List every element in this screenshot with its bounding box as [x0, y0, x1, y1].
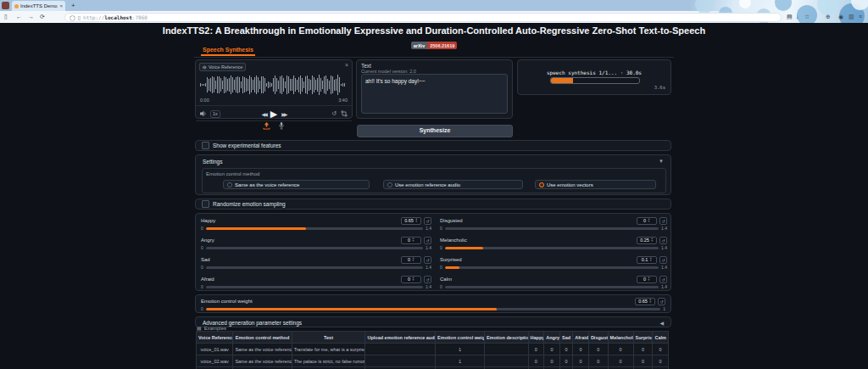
example-cell[interactable]: 0 — [653, 344, 669, 355]
waveform[interactable] — [200, 73, 348, 97]
slider-track[interactable] — [206, 308, 660, 310]
slider-reset-button[interactable]: ↺ — [659, 217, 667, 225]
slider-number-input[interactable]: 0▲▼ — [401, 237, 421, 244]
example-cell[interactable] — [484, 355, 528, 367]
example-cell[interactable]: 0 — [559, 344, 573, 355]
example-cell[interactable] — [484, 344, 528, 355]
downloads-icon[interactable]: ↓ — [796, 13, 799, 21]
slider-number-input[interactable]: 0.25▲▼ — [637, 237, 657, 244]
account-icon[interactable]: ◉ — [838, 13, 843, 21]
example-cell[interactable]: 0 — [653, 355, 669, 367]
accordion-collapsed-icon[interactable]: ◀ — [659, 320, 664, 326]
spinner-icon[interactable]: ▲▼ — [412, 238, 415, 243]
experimental-checkbox[interactable] — [202, 142, 209, 149]
back-icon[interactable]: ← — [16, 13, 22, 21]
example-cell[interactable]: 0 — [588, 355, 608, 367]
slider-reset-button[interactable]: ↺ — [424, 237, 431, 244]
url-bar[interactable]: ◯ ▯ http://localhost:7860 — [64, 13, 782, 22]
example-cell[interactable]: Same as the voice reference — [233, 355, 292, 367]
radio-selected-icon[interactable] — [539, 182, 544, 187]
example-cell[interactable]: 0 — [528, 344, 544, 355]
example-cell[interactable]: voice_01.wav — [197, 344, 233, 355]
example-cell[interactable]: 0 — [528, 355, 544, 367]
reader-mode-icon[interactable]: ▤ — [787, 13, 793, 21]
skip-back-icon[interactable]: ◀◀ — [262, 111, 266, 117]
slider-number-input[interactable]: 0▲▼ — [637, 276, 657, 283]
tab-close-icon[interactable]: × — [59, 3, 63, 8]
example-cell[interactable]: 0 — [573, 344, 589, 355]
example-cell[interactable]: 0 — [559, 355, 573, 367]
example-cell[interactable] — [365, 344, 436, 355]
accordion-arrow-icon[interactable]: ▼ — [659, 159, 664, 164]
example-cell[interactable]: 0 — [633, 344, 653, 355]
radio-same-as-voice-reference[interactable]: Same as the voice reference — [223, 180, 370, 189]
spinner-icon[interactable]: ▲▼ — [651, 238, 654, 243]
forward-icon[interactable]: → — [28, 13, 34, 21]
menu-icon[interactable]: ≡ — [859, 13, 862, 21]
slider-number-input[interactable]: 0.65▲▼ — [401, 217, 421, 225]
slider-number-input[interactable]: 0▲▼ — [401, 256, 421, 264]
example-cell[interactable]: 0 — [608, 344, 633, 355]
slider-track[interactable] — [445, 227, 659, 230]
sidebars-icon[interactable]: ▥ — [849, 13, 854, 21]
spinner-icon[interactable]: ▲▼ — [648, 277, 650, 282]
slider-track[interactable] — [206, 247, 423, 249]
spinner-icon[interactable]: ▲▼ — [415, 218, 418, 223]
skip-forward-icon[interactable]: ▶▶ — [281, 111, 286, 117]
slider-track[interactable] — [206, 227, 423, 230]
example-row[interactable]: voice_01.wavSame as the voice referenceT… — [197, 344, 669, 355]
page-info-icon[interactable]: ▯ — [78, 14, 81, 20]
example-row[interactable]: voice_02.wavSame as the voice referenceT… — [197, 355, 669, 367]
new-tab-button[interactable]: + — [71, 2, 75, 9]
spinner-icon[interactable]: ▲▼ — [412, 257, 415, 262]
randomize-checkbox[interactable] — [202, 200, 209, 208]
spinner-icon[interactable]: ▲▼ — [649, 299, 652, 304]
slider-reset-button[interactable]: ↺ — [424, 256, 431, 264]
slider-reset-button[interactable]: ↺ — [424, 217, 431, 225]
example-cell[interactable]: 0 — [588, 344, 608, 355]
slider-reset-button[interactable]: ↺ — [424, 276, 431, 283]
slider-track[interactable] — [445, 247, 659, 249]
spinner-icon[interactable]: ▲▼ — [412, 277, 415, 282]
sidebar-icon[interactable]: ▯ — [4, 13, 8, 21]
example-cell[interactable]: 0 — [608, 355, 633, 367]
close-icon[interactable]: × — [345, 62, 348, 68]
example-cell[interactable]: 0 — [544, 355, 560, 367]
bookmark-star-icon[interactable]: ☆ — [804, 13, 810, 21]
example-cell[interactable]: 1 — [436, 355, 485, 367]
slider-number-input[interactable]: 0.65▲▼ — [635, 298, 655, 305]
upload-icon[interactable] — [263, 122, 270, 130]
slider-reset-button[interactable]: ↺ — [658, 298, 665, 305]
firefox-view-icon[interactable] — [2, 2, 9, 9]
slider-reset-button[interactable]: ↺ — [659, 237, 667, 244]
shield-icon[interactable]: ◯ — [70, 14, 75, 20]
radio-icon[interactable] — [227, 182, 232, 187]
spinner-icon[interactable]: ▲▼ — [649, 257, 652, 262]
slider-track[interactable] — [206, 266, 423, 269]
slider-track[interactable] — [445, 286, 659, 288]
browser-tab[interactable]: IndexTTS Demo × — [12, 1, 65, 11]
settings-title[interactable]: Settings — [203, 159, 223, 165]
reload-icon[interactable]: ⟳ — [40, 13, 45, 21]
slider-number-input[interactable]: 0▲▼ — [401, 276, 421, 283]
text-input[interactable]: ah!! It's so happy day!~~ — [361, 74, 508, 114]
tab-speech-synthesis[interactable]: Speech Synthesis — [201, 47, 255, 56]
spinner-icon[interactable]: ▲▼ — [648, 218, 650, 223]
slider-reset-button[interactable]: ↺ — [659, 256, 667, 264]
example-cell[interactable]: 0 — [633, 355, 653, 367]
synthesize-button[interactable]: Synthesize — [357, 125, 513, 137]
example-cell[interactable]: The palace is strict, no false rumors, L… — [292, 355, 365, 367]
play-icon[interactable]: ▶ — [270, 109, 277, 120]
microphone-icon[interactable] — [278, 122, 285, 130]
slider-number-input[interactable]: 0.1▲▼ — [637, 256, 657, 264]
extensions-icon[interactable]: ⊕ — [826, 13, 831, 21]
slider-track[interactable] — [445, 266, 659, 269]
example-cell[interactable]: 0 — [544, 344, 560, 355]
radio-use-emotion-vectors[interactable]: Use emotion vectors — [535, 180, 656, 189]
example-cell[interactable]: 1 — [436, 344, 485, 355]
example-cell[interactable]: 0 — [573, 355, 589, 367]
slider-reset-button[interactable]: ↺ — [659, 276, 667, 283]
slider-number-input[interactable]: 0▲▼ — [637, 217, 657, 225]
example-cell[interactable] — [365, 355, 436, 367]
slider-track[interactable] — [206, 286, 423, 288]
